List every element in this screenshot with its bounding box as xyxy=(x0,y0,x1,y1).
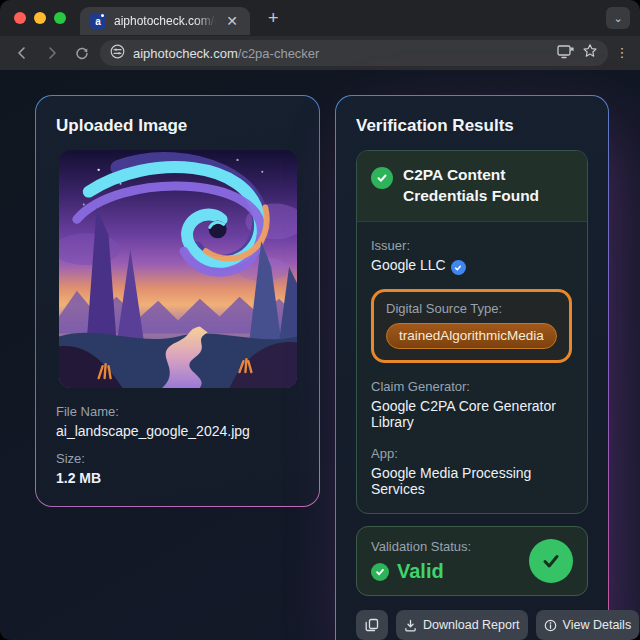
claim-generator-field: Claim Generator: Google C2PA Core Genera… xyxy=(371,379,573,430)
app-label: App: xyxy=(371,446,573,461)
send-to-device-icon[interactable] xyxy=(557,44,574,63)
file-size-field: Size: 1.2 MB xyxy=(56,451,299,486)
file-name-value: ai_landscape_google_2024.jpg xyxy=(56,423,299,439)
browser-window: a aiphotocheck.com/c2pa-ch ✕ + ⌄ aiphoto… xyxy=(0,0,640,640)
digital-source-type-label: Digital Source Type: xyxy=(386,301,557,316)
tab-title: aiphotocheck.com/c2pa-ch xyxy=(114,14,216,28)
app-value: Google Media Processing Services xyxy=(371,465,573,497)
credentials-panel: C2PA Content Credentials Found Issuer: G… xyxy=(356,150,588,514)
actions-row: Download Report View Details xyxy=(356,610,588,640)
reload-button[interactable] xyxy=(70,41,94,65)
uploaded-image-preview[interactable] xyxy=(59,150,297,388)
verification-results-card: Verification Results C2PA Content Creden… xyxy=(335,95,609,640)
copy-icon xyxy=(365,618,379,632)
traffic-lights xyxy=(0,12,80,24)
url-host: aiphotocheck.com xyxy=(133,46,238,61)
close-window-button[interactable] xyxy=(14,12,26,24)
issuer-field: Issuer: Google LLC xyxy=(371,238,573,276)
back-button[interactable] xyxy=(10,41,34,65)
file-name-label: File Name: xyxy=(56,404,299,419)
issuer-label: Issuer: xyxy=(371,238,573,253)
big-valid-check-icon xyxy=(529,539,573,583)
zoom-window-button[interactable] xyxy=(54,12,66,24)
download-report-button[interactable]: Download Report xyxy=(396,610,528,640)
address-bar[interactable]: aiphotocheck.com/c2pa-checker xyxy=(100,40,608,66)
credentials-details: Issuer: Google LLC Digital Source Type: … xyxy=(357,222,587,514)
minimize-window-button[interactable] xyxy=(34,12,46,24)
site-favicon-icon: a xyxy=(90,13,106,29)
verification-results-title: Verification Results xyxy=(356,116,588,136)
tab-search-chevron-icon[interactable]: ⌄ xyxy=(606,7,630,29)
issuer-value: Google LLC xyxy=(371,257,573,276)
url-path: /c2pa-checker xyxy=(238,46,320,61)
uploaded-image-card: Uploaded Image xyxy=(35,95,320,507)
claim-generator-value: Google C2PA Core Generator Library xyxy=(371,398,573,430)
digital-source-type-highlight: Digital Source Type: trainedAlgorithmicM… xyxy=(371,289,572,363)
tab-strip: a aiphotocheck.com/c2pa-ch ✕ + ⌄ xyxy=(0,0,640,36)
validation-status-panel: Validation Status: Valid xyxy=(356,526,588,596)
verified-badge-icon xyxy=(451,260,466,275)
validation-status-label: Validation Status: xyxy=(371,539,471,554)
app-field: App: Google Media Processing Services xyxy=(371,446,573,497)
uploaded-image-title: Uploaded Image xyxy=(56,116,299,136)
site-info-icon[interactable] xyxy=(110,44,125,63)
download-icon xyxy=(404,619,417,632)
page-content: Uploaded Image xyxy=(0,70,640,640)
file-size-value: 1.2 MB xyxy=(56,470,299,486)
browser-menu-icon[interactable]: ⋮ xyxy=(614,51,630,55)
info-icon xyxy=(544,619,557,632)
bookmark-star-icon[interactable] xyxy=(582,43,598,63)
tab-close-icon[interactable]: ✕ xyxy=(224,12,240,30)
valid-check-icon xyxy=(371,563,389,581)
digital-source-type-value: trainedAlgorithmicMedia xyxy=(386,323,557,349)
new-tab-button[interactable]: + xyxy=(262,6,285,31)
forward-button[interactable] xyxy=(40,41,64,65)
copy-button[interactable] xyxy=(356,610,388,640)
claim-generator-label: Claim Generator: xyxy=(371,379,573,394)
credentials-status-header: C2PA Content Credentials Found xyxy=(357,151,587,222)
validation-status-value: Valid xyxy=(397,560,444,583)
file-size-label: Size: xyxy=(56,451,299,466)
success-check-icon xyxy=(371,167,393,189)
browser-tab[interactable]: a aiphotocheck.com/c2pa-ch ✕ xyxy=(80,7,250,35)
url-text[interactable]: aiphotocheck.com/c2pa-checker xyxy=(133,46,549,61)
file-name-field: File Name: ai_landscape_google_2024.jpg xyxy=(56,404,299,439)
view-details-button[interactable]: View Details xyxy=(536,610,640,640)
browser-toolbar: aiphotocheck.com/c2pa-checker ⋮ xyxy=(0,36,640,70)
credentials-status-text: C2PA Content Credentials Found xyxy=(403,165,573,207)
ai-landscape-artwork xyxy=(59,150,297,388)
